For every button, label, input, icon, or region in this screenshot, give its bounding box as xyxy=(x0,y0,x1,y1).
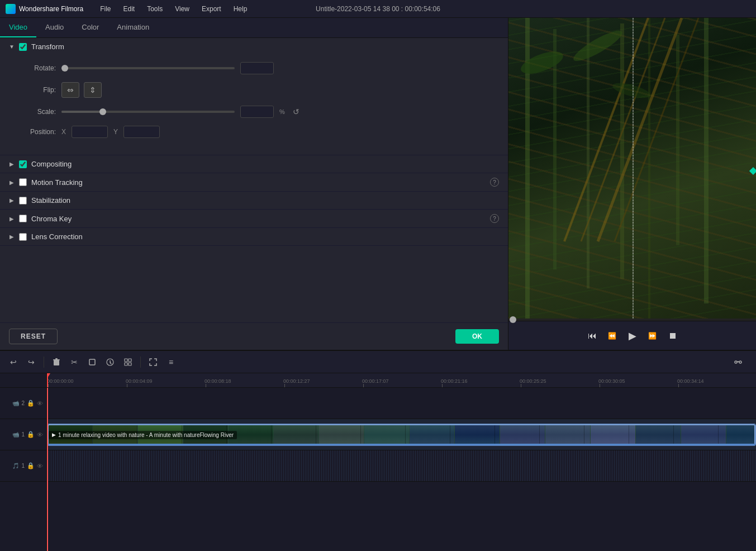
motion-button[interactable] xyxy=(120,354,136,370)
lens-correction-checkbox[interactable] xyxy=(19,233,27,241)
tab-color[interactable]: Color xyxy=(73,18,108,37)
scale-slider-fill xyxy=(61,111,103,113)
step-back-button[interactable]: ⏪ xyxy=(605,328,620,344)
transform-content: Rotate: 0.00 Flip: ⇔ ⇕ xyxy=(0,55,508,155)
section-motion-tracking-header[interactable]: Motion Tracking ? xyxy=(0,173,508,191)
section-motion-tracking: Motion Tracking ? xyxy=(0,173,508,192)
ruler-tick-7 xyxy=(600,384,600,387)
section-stabilization: Stabilization xyxy=(0,192,508,210)
flip-horizontal-button[interactable]: ⇔ xyxy=(61,82,79,98)
speed-button[interactable] xyxy=(102,354,118,370)
motion-tracking-help-icon[interactable]: ? xyxy=(490,178,499,187)
ruler-mark-8: 00:00:34:14 xyxy=(677,378,756,387)
fullscreen-button[interactable] xyxy=(145,354,161,370)
transform-title: Transform xyxy=(31,42,499,51)
chroma-key-checkbox[interactable] xyxy=(19,215,27,222)
chroma-key-help-icon[interactable]: ? xyxy=(490,214,499,223)
transform-checkbox[interactable] xyxy=(19,43,27,51)
compositing-checkbox[interactable] xyxy=(19,160,27,168)
svg-point-23 xyxy=(735,361,737,363)
logo-icon xyxy=(6,4,16,14)
reset-button[interactable]: RESET xyxy=(9,329,58,344)
playhead-arrow xyxy=(47,373,50,378)
play-button[interactable]: ▶ xyxy=(625,328,640,344)
preview-progress-bar[interactable] xyxy=(508,319,756,321)
timeline-tracks: 00:00:00:00 00:00:04:09 00:00:08:18 00:0… xyxy=(47,373,756,551)
scale-value-input[interactable]: 100.64 xyxy=(240,106,274,118)
section-lens-correction-header[interactable]: Lens Correction xyxy=(0,228,508,245)
track-label-audio1: 🎵 1 🔒 👁 xyxy=(0,450,46,482)
ok-button[interactable]: OK xyxy=(455,329,499,344)
position-x-input[interactable]: 0.0 xyxy=(72,126,108,138)
scale-slider-thumb[interactable] xyxy=(99,108,106,115)
link-tracks-button[interactable] xyxy=(730,354,746,370)
scale-reset-icon[interactable]: ↺ xyxy=(293,107,299,116)
track-video2-vis-icon[interactable]: 👁 xyxy=(37,400,43,407)
track-video2-num: 2 xyxy=(21,400,25,406)
window-title: Untitle-2022-03-05 14 38 00 : 00:00:54:0… xyxy=(316,5,440,13)
ruler-mark-1: 00:00:04:09 xyxy=(126,378,205,387)
tab-video[interactable]: Video xyxy=(0,18,36,37)
menu-help[interactable]: Help xyxy=(228,3,253,15)
delete-button[interactable] xyxy=(49,354,64,370)
rotate-value-input[interactable]: 0.00 xyxy=(240,62,274,74)
menu-edit[interactable]: Edit xyxy=(118,3,141,15)
video-clip[interactable]: ▶ 1 minute relaxing video with nature - … xyxy=(47,424,756,446)
rotate-slider-thumb[interactable] xyxy=(61,65,68,72)
motion-tracking-checkbox[interactable] xyxy=(19,178,27,186)
ruler-marks: 00:00:00:00 00:00:04:09 00:00:08:18 00:0… xyxy=(47,378,756,387)
svg-rect-16 xyxy=(55,358,58,359)
ruler-tick-5 xyxy=(442,384,443,387)
menu-tools[interactable]: Tools xyxy=(141,3,168,15)
chevron-stabilization-icon xyxy=(9,198,15,203)
skip-back-button[interactable]: ⏮ xyxy=(584,328,600,344)
chroma-key-title: Chroma Key xyxy=(31,215,486,223)
chevron-motion-tracking-icon xyxy=(9,179,15,185)
section-chroma-key-header[interactable]: Chroma Key ? xyxy=(0,210,508,227)
ruler-spacer xyxy=(0,373,46,388)
ruler-label-4: 00:00:17:07 xyxy=(362,378,389,384)
menu-file[interactable]: File xyxy=(94,3,116,15)
progress-thumb[interactable] xyxy=(510,316,516,323)
rotate-slider[interactable] xyxy=(61,67,235,69)
stabilization-checkbox[interactable] xyxy=(19,197,27,205)
redo-button[interactable]: ↪ xyxy=(23,354,39,370)
position-inputs: X 0.0 Y 0.0 xyxy=(61,126,160,138)
section-compositing-header[interactable]: Compositing xyxy=(0,155,508,173)
y-label: Y xyxy=(113,128,118,136)
menu-view[interactable]: View xyxy=(169,3,195,15)
tab-audio[interactable]: Audio xyxy=(36,18,73,37)
track-audio1-vis-icon[interactable]: 👁 xyxy=(37,463,43,469)
section-stabilization-header[interactable]: Stabilization xyxy=(0,192,508,209)
position-y-input[interactable]: 0.0 xyxy=(123,126,160,138)
svg-line-9 xyxy=(598,18,682,241)
stop-button[interactable]: ⏹ xyxy=(665,328,681,344)
track-label-video2: 📹 2 🔒 👁 xyxy=(0,388,46,419)
audio-waveform xyxy=(47,450,756,481)
track-audio1-lock-icon[interactable]: 🔒 xyxy=(27,462,35,469)
track-video1-lock-icon[interactable]: 🔒 xyxy=(27,431,35,438)
ruler-mark-0: 00:00:00:00 xyxy=(47,378,126,387)
settings-button[interactable]: ≡ xyxy=(163,354,179,370)
crop-button[interactable] xyxy=(84,354,100,370)
cut-button[interactable]: ✂ xyxy=(66,354,82,370)
ruler-mark-3: 00:00:12:27 xyxy=(283,378,362,387)
undo-button[interactable]: ↩ xyxy=(6,354,21,370)
timeline-toolbar: ↩ ↪ ✂ ≡ xyxy=(0,351,756,373)
svg-rect-3 xyxy=(620,23,624,279)
menu-export[interactable]: Export xyxy=(196,3,227,15)
scale-slider[interactable] xyxy=(61,111,235,113)
svg-line-10 xyxy=(615,18,698,241)
clip-bottom-bar xyxy=(47,444,755,445)
playhead-on-ruler xyxy=(47,373,48,387)
section-transform-header[interactable]: Transform xyxy=(0,38,508,55)
track-video2-lock-icon[interactable]: 🔒 xyxy=(27,400,35,407)
toolbar-separator-1 xyxy=(44,357,44,368)
ruler-mark-7: 00:00:30:05 xyxy=(598,378,677,387)
tab-animation[interactable]: Animation xyxy=(108,18,158,37)
track-video1-vis-icon[interactable]: 👁 xyxy=(37,431,43,438)
step-forward-button[interactable]: ⏩ xyxy=(645,328,660,344)
flip-vertical-button[interactable]: ⇕ xyxy=(84,82,102,98)
chevron-compositing-icon xyxy=(9,162,15,167)
svg-rect-15 xyxy=(53,359,60,360)
